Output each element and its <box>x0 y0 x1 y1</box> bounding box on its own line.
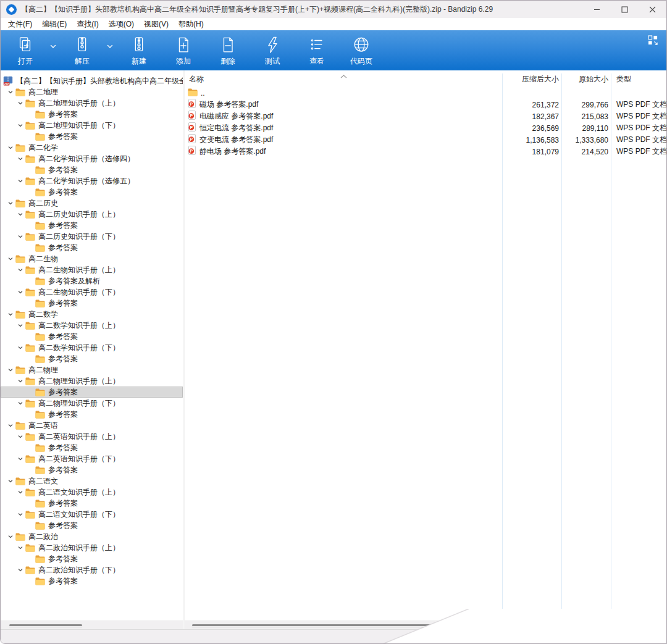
tree-item[interactable]: 参考答案 <box>1 131 183 142</box>
tree-item[interactable]: 参考答案 <box>1 520 183 531</box>
list-scrollbar-thumb[interactable] <box>192 624 434 626</box>
tree-item[interactable]: 参考答案 <box>1 164 183 175</box>
tree-item[interactable]: 参考答案及解析 <box>1 275 183 286</box>
tree-item[interactable]: 高二语文知识手册（下） <box>1 509 183 520</box>
tree-expand-chevron-icon[interactable] <box>15 567 25 573</box>
tree-expand-chevron-icon[interactable] <box>15 322 25 328</box>
tree-item[interactable]: 参考答案 <box>1 442 183 453</box>
tree-item[interactable]: 参考答案 <box>1 220 183 231</box>
tree-item[interactable]: 高二物理知识手册（下） <box>1 398 183 409</box>
tree-expand-chevron-icon[interactable] <box>15 289 25 295</box>
tree-item[interactable]: 高二数学知识手册（下） <box>1 342 183 353</box>
file-row-parent-dir[interactable]: .. <box>185 87 666 99</box>
tree-expand-chevron-icon[interactable] <box>15 345 25 351</box>
tree-expand-chevron-icon[interactable] <box>6 200 15 206</box>
tree-item[interactable]: 高二地理知识手册（上） <box>1 98 183 109</box>
tree-item[interactable]: 参考答案 <box>1 409 183 420</box>
column-header-name[interactable]: 名称 <box>185 74 502 85</box>
tree-expand-chevron-icon[interactable] <box>6 311 15 317</box>
tree-expand-chevron-icon[interactable] <box>6 478 15 484</box>
tree-item[interactable]: ZIP【高二】【知识手册】头部教培机构高中高二年级全科知 <box>1 75 183 86</box>
tree-expand-chevron-icon[interactable] <box>15 233 25 240</box>
tree-expand-chevron-icon[interactable] <box>6 89 15 95</box>
column-header-type[interactable]: 类型 <box>611 74 666 85</box>
tree-expand-chevron-icon[interactable] <box>15 378 25 384</box>
tree-item[interactable]: 参考答案 <box>1 186 183 198</box>
tree-item[interactable]: 高二生物知识手册（下） <box>1 286 183 298</box>
tree-item[interactable]: 参考答案 <box>1 575 183 587</box>
tree-item[interactable]: 高二化学知识手册（选修五） <box>1 175 183 186</box>
tree-item[interactable]: 高二生物 <box>1 253 183 264</box>
tree-expand-chevron-icon[interactable] <box>15 511 25 517</box>
column-header-original-size[interactable]: 原始大小 <box>561 74 611 85</box>
tree-expand-chevron-icon[interactable] <box>6 422 15 429</box>
tree-item[interactable]: 参考答案 <box>1 498 183 509</box>
tree-expand-chevron-icon[interactable] <box>6 533 15 540</box>
tree-item[interactable]: 参考答案 <box>1 298 183 309</box>
tree-item[interactable]: 高二政治知识手册（上） <box>1 542 183 553</box>
toolbar-button-test-archive[interactable]: 测试 <box>253 31 292 69</box>
tree-item[interactable]: 高二政治知识手册（下） <box>1 564 183 575</box>
tree-item[interactable]: 高二历史知识手册（上） <box>1 209 183 220</box>
maximize-button[interactable] <box>611 1 639 18</box>
minimize-button[interactable] <box>583 1 611 18</box>
file-row[interactable]: P恒定电流 参考答案.pdf236,569289,110WPS PDF 文档 <box>185 122 666 134</box>
customize-toolbar-button[interactable] <box>648 35 659 46</box>
tree-item[interactable]: 参考答案 <box>1 109 183 120</box>
tree-item[interactable]: 高二地理知识手册（下） <box>1 120 183 131</box>
tree-item[interactable]: 参考答案 <box>1 331 183 342</box>
file-row[interactable]: P电磁感应 参考答案.pdf182,367215,083WPS PDF 文档 <box>185 111 666 122</box>
tree-item[interactable]: 参考答案 <box>1 553 183 564</box>
tree-item[interactable]: 高二化学知识手册（选修四） <box>1 153 183 164</box>
tree-expand-chevron-icon[interactable] <box>6 256 15 262</box>
tree-item[interactable]: 高二英语知识手册（下） <box>1 453 183 464</box>
toolbar-button-codepage-globe[interactable]: 代码页 <box>342 31 381 69</box>
toolbar-button-delete-files[interactable]: 删除 <box>208 31 248 69</box>
tree-horizontal-scrollbar[interactable] <box>1 621 183 629</box>
menu-item-2[interactable]: 编辑(E) <box>37 18 72 30</box>
tree-expand-chevron-icon[interactable] <box>15 433 25 440</box>
menu-item-6[interactable]: 帮助(H) <box>174 18 209 30</box>
tree-item[interactable]: 高二数学知识手册（上） <box>1 320 183 331</box>
tree-item[interactable]: 高二化学 <box>1 142 183 153</box>
tree-item[interactable]: 高二英语知识手册（上） <box>1 431 183 442</box>
menu-item-3[interactable]: 查找(I) <box>72 18 103 30</box>
tree-item[interactable]: 高二政治 <box>1 531 183 542</box>
menu-item-1[interactable]: 文件(F) <box>3 18 37 30</box>
tree-item[interactable]: 高二物理知识手册（上） <box>1 375 183 387</box>
tree-expand-chevron-icon[interactable] <box>15 545 25 551</box>
toolbar-button-add-files[interactable]: 添加 <box>164 31 203 69</box>
tree-expand-chevron-icon[interactable] <box>15 211 25 217</box>
tree-expand-chevron-icon[interactable] <box>6 144 15 151</box>
tree-item[interactable]: 参考答案 <box>1 464 183 475</box>
tree-item[interactable]: 参考答案 <box>1 353 183 364</box>
tree-item[interactable]: 高二历史知识手册（下） <box>1 231 183 242</box>
menu-item-5[interactable]: 视图(V) <box>139 18 174 30</box>
toolbar-dropdown-extract[interactable] <box>104 31 115 59</box>
tree-item[interactable]: 高二地理 <box>1 86 183 98</box>
tree-item[interactable]: 高二生物知识手册（上） <box>1 264 183 275</box>
tree-expand-chevron-icon[interactable] <box>6 367 15 373</box>
toolbar-button-open-archive[interactable]: 打开 <box>6 31 45 69</box>
tree-item[interactable]: 高二英语 <box>1 420 183 431</box>
menu-item-4[interactable]: 选项(O) <box>104 18 139 30</box>
tree-expand-chevron-icon[interactable] <box>15 456 25 462</box>
tree-expand-chevron-icon[interactable] <box>15 156 25 162</box>
file-row[interactable]: P静电场 参考答案.pdf181,079214,520WPS PDF 文档 <box>185 146 666 157</box>
toolbar-button-new-archive[interactable]: 新建 <box>119 31 159 69</box>
tree-item-selected[interactable]: 参考答案 <box>1 387 183 398</box>
tree-expand-chevron-icon[interactable] <box>15 267 25 273</box>
column-header-compressed-size[interactable]: 压缩后大小 <box>502 74 561 85</box>
tree-scrollbar-thumb[interactable] <box>9 624 82 626</box>
tree-item[interactable]: 高二数学 <box>1 309 183 320</box>
close-button[interactable] <box>639 1 666 18</box>
toolbar-dropdown-open-archive[interactable] <box>48 31 59 59</box>
file-row[interactable]: P磁场 参考答案.pdf261,372299,766WPS PDF 文档 <box>185 99 666 111</box>
tree-expand-chevron-icon[interactable] <box>15 489 25 495</box>
tree-expand-chevron-icon[interactable] <box>15 178 25 184</box>
toolbar-button-view-list[interactable]: 查看 <box>297 31 337 69</box>
list-horizontal-scrollbar[interactable] <box>185 621 666 629</box>
tree-expand-chevron-icon[interactable] <box>15 100 25 106</box>
tree-item[interactable]: 高二历史 <box>1 198 183 209</box>
tree-expand-chevron-icon[interactable] <box>15 122 25 128</box>
